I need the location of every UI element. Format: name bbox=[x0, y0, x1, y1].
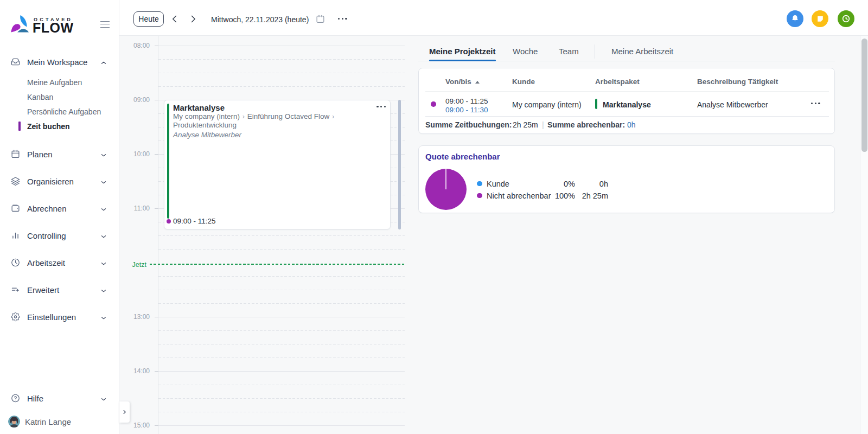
booking-description: Analyse Mitbewerber bbox=[697, 100, 768, 109]
chevron-down-icon bbox=[100, 151, 107, 157]
row-more-options-icon[interactable] bbox=[811, 103, 820, 104]
work-package-color-bar bbox=[595, 99, 597, 110]
tab-woche[interactable]: Woche bbox=[513, 47, 538, 56]
now-indicator-label: Jetzt bbox=[119, 261, 146, 269]
event-title: Marktanalyse bbox=[173, 103, 225, 112]
booking-time-link[interactable]: 09:00 - 11:30 bbox=[445, 106, 488, 114]
sum-bookings-label: Summe Zeitbuchungen: bbox=[425, 120, 512, 129]
hour-tick bbox=[155, 317, 158, 317]
tab-divider bbox=[595, 44, 595, 59]
billable-quote-card: Quote abrechenbar Kunde 0% 0h Nicht abre… bbox=[418, 145, 835, 213]
event-more-options-icon[interactable] bbox=[376, 106, 386, 107]
tab-meine-arbeitszeit[interactable]: Meine Arbeitszeit bbox=[611, 47, 673, 56]
sidebar-expand-handle[interactable] bbox=[119, 401, 130, 423]
quarter-grid-line bbox=[158, 385, 405, 385]
quarter-grid-line bbox=[158, 59, 405, 60]
sidebar-item-erweitert[interactable]: Erweitert bbox=[0, 279, 119, 301]
booking-status-dot bbox=[431, 101, 436, 107]
hour-grid-line bbox=[158, 46, 405, 46]
quarter-grid-line bbox=[158, 235, 405, 236]
bell-icon bbox=[790, 14, 800, 23]
active-indicator-bar bbox=[18, 122, 21, 131]
user-name[interactable]: Katrin Lange bbox=[25, 417, 71, 426]
breadcrumb-separator: › bbox=[242, 113, 245, 120]
bar-chart-icon bbox=[11, 231, 20, 240]
menu-hamburger-icon[interactable] bbox=[100, 21, 110, 28]
sidebar-item-mein-workspace[interactable]: Mein Workspace bbox=[0, 51, 119, 73]
footer-separator: | bbox=[542, 120, 544, 129]
sidebar: OCTAVED FLOW Mein Workspace Meine Aufgab… bbox=[0, 0, 119, 434]
column-header-beschreibung[interactable]: Beschreibung Tätigkeit bbox=[697, 78, 778, 86]
legend-hours-nicht-abrechenbar: 2h 25m bbox=[565, 192, 608, 200]
sidebar-item-abrechnen[interactable]: Abrechnen bbox=[0, 197, 119, 219]
quote-pie-chart bbox=[425, 169, 467, 212]
chevron-down-icon bbox=[100, 259, 107, 266]
quarter-grid-line bbox=[158, 73, 405, 73]
column-header-von-bis[interactable]: Von/bis bbox=[445, 78, 480, 86]
booking-work-package: Marktanalyse bbox=[603, 100, 651, 109]
hour-label: 09:00 bbox=[119, 96, 150, 104]
scrollbar-track[interactable] bbox=[860, 36, 868, 434]
now-indicator-line bbox=[150, 264, 405, 265]
calendar-picker-icon[interactable] bbox=[316, 14, 325, 24]
help-circle-icon bbox=[11, 394, 20, 403]
quarter-grid-line bbox=[158, 86, 405, 87]
event-color-bar bbox=[167, 104, 169, 219]
chevron-left-icon[interactable] bbox=[169, 13, 181, 25]
time-bookings-card: Von/bis Kunde Arbeitspaket Beschreibung … bbox=[418, 68, 835, 134]
brand-name-bottom: FLOW bbox=[33, 20, 74, 36]
sidebar-item-controlling[interactable]: Controlling bbox=[0, 225, 119, 246]
hour-tick bbox=[155, 208, 158, 209]
chevron-right-icon[interactable] bbox=[187, 13, 199, 25]
hour-tick bbox=[155, 371, 158, 372]
calendar-icon bbox=[11, 150, 20, 159]
notifications-button[interactable] bbox=[787, 10, 803, 27]
tab-team[interactable]: Team bbox=[559, 47, 579, 56]
topbar: Heute Mittwoch, 22.11.2023 (heute) bbox=[119, 0, 868, 36]
sidebar-subitem-zeit-buchen[interactable]: Zeit buchen bbox=[0, 119, 119, 133]
clock-icon bbox=[841, 14, 851, 23]
app-logo-icon bbox=[10, 14, 30, 35]
tab-meine-projektzeit[interactable]: Meine Projektzeit bbox=[429, 47, 496, 56]
column-header-arbeitspaket[interactable]: Arbeitspaket bbox=[595, 78, 640, 86]
legend-label-kunde: Kunde bbox=[487, 180, 509, 188]
booking-customer: My company (intern) bbox=[512, 100, 582, 109]
list-plus-icon bbox=[11, 285, 20, 295]
scrollbar-thumb[interactable] bbox=[861, 39, 867, 152]
event-description: Analyse Mitbewerber bbox=[173, 131, 241, 139]
legend-dot-kunde bbox=[477, 181, 482, 187]
column-header-kunde[interactable]: Kunde bbox=[512, 78, 535, 86]
hour-label: 13:00 bbox=[119, 313, 150, 321]
sidebar-subitem-kanban[interactable]: Kanban bbox=[0, 90, 119, 104]
sort-asc-icon bbox=[475, 81, 480, 84]
inbox-icon bbox=[11, 58, 20, 67]
time-tracking-button[interactable] bbox=[838, 10, 854, 27]
sum-billable-value: 0h bbox=[627, 120, 636, 129]
hour-tick bbox=[155, 100, 158, 100]
sidebar-item-hilfe[interactable]: Hilfe bbox=[0, 387, 119, 409]
quarter-grid-line bbox=[158, 290, 405, 290]
sidebar-item-arbeitszeit[interactable]: Arbeitszeit bbox=[0, 252, 119, 273]
chevron-down-icon bbox=[100, 232, 107, 239]
sidebar-item-planen[interactable]: Planen bbox=[0, 143, 119, 165]
booking-time: 09:00 - 11:25 bbox=[445, 97, 488, 105]
hour-grid-line bbox=[158, 317, 405, 317]
layers-icon bbox=[11, 177, 20, 186]
sidebar-item-organisieren[interactable]: Organisieren bbox=[0, 170, 119, 192]
sidebar-subitem-meine-aufgaben[interactable]: Meine Aufgaben bbox=[0, 75, 119, 90]
sidebar-item-einstellungen[interactable]: Einstellungen bbox=[0, 306, 119, 328]
quarter-grid-line bbox=[158, 358, 405, 358]
active-tab-underline bbox=[429, 60, 496, 61]
calendar-axis-line bbox=[158, 36, 158, 434]
clock-icon bbox=[11, 258, 20, 267]
notes-button[interactable] bbox=[812, 10, 828, 27]
today-button[interactable]: Heute bbox=[133, 11, 164, 27]
hour-label: 08:00 bbox=[119, 42, 150, 49]
sidebar-subitem-persoenliche-aufgaben[interactable]: Persönliche Aufgaben bbox=[0, 104, 119, 119]
calendar-event-marktanalyse[interactable]: Marktanalyse My company (intern) › Einfü… bbox=[164, 100, 391, 229]
user-avatar[interactable] bbox=[8, 416, 20, 427]
sum-billable-label: Summe abrechenbar: bbox=[547, 120, 625, 129]
event-status-dot bbox=[167, 219, 171, 224]
hour-tick bbox=[155, 154, 158, 155]
more-options-icon[interactable] bbox=[338, 18, 347, 20]
